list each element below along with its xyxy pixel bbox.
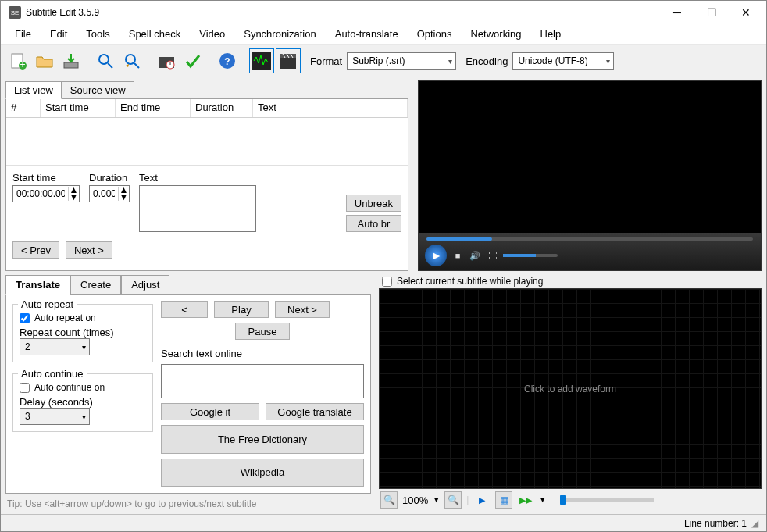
visual-sync-button[interactable] [154,48,179,73]
menu-edit[interactable]: Edit [41,26,77,42]
new-button[interactable]: + [5,48,30,73]
replace-button[interactable] [120,48,144,73]
wikipedia-button[interactable]: Wikipedia [161,459,364,487]
menu-tools[interactable]: Tools [77,26,119,42]
start-time-spinner[interactable]: ▲▼ [12,185,80,202]
encoding-combo[interactable]: Unicode (UTF-8) [512,52,614,70]
maximize-button[interactable]: ☐ [694,2,729,23]
tab-adjust[interactable]: Adjust [121,275,169,295]
duration-label: Duration [89,172,130,184]
tab-translate[interactable]: Translate [5,275,70,295]
nav-buttons: < Prev Next > [6,237,408,265]
search-online-input[interactable] [161,364,364,398]
video-toggle-button[interactable] [276,48,301,73]
subtitle-grid[interactable]: # Start time End time Duration Text Star… [5,98,408,271]
google-translate-button[interactable]: Google translate [266,403,364,420]
unbreak-button[interactable]: Unbreak [346,195,401,212]
select-while-playing-checkbox[interactable]: Select current subtitle while playing [379,274,762,288]
find-button[interactable] [93,48,118,73]
wf-play-button[interactable]: ▶ [473,491,491,509]
zoom-out-button[interactable]: 🔍 [380,491,398,509]
duration-input[interactable] [90,186,118,202]
auto-repeat-checkbox[interactable]: Auto repeat on [20,312,146,323]
auto-continue-checkbox[interactable]: Auto continue on [20,382,146,393]
tab-source-view[interactable]: Source view [62,81,134,99]
tab-list-view[interactable]: List view [5,81,62,99]
wf-center-button[interactable]: ▦ [495,491,512,509]
menu-synchronization[interactable]: Synchronization [234,26,326,42]
next-button[interactable]: Next > [66,241,112,259]
subtitle-text-input[interactable] [139,185,256,232]
menu-networking[interactable]: Networking [461,26,530,42]
video-play-button[interactable]: ▶ [425,245,447,266]
help-button[interactable]: ? [215,48,240,73]
volume-slider[interactable] [503,254,558,257]
autobr-button[interactable]: Auto br [346,215,401,232]
repeat-count-label: Repeat count (times) [20,327,146,338]
translate-back-button[interactable]: < [161,301,208,318]
prev-button[interactable]: < Prev [12,241,59,259]
zoom-dropdown-icon[interactable]: ▼ [433,496,440,504]
svg-rect-13 [252,52,271,70]
video-seekbar[interactable] [426,237,753,241]
wf-next-button[interactable]: ▶▶ [517,491,534,509]
menu-help[interactable]: Help [531,26,571,42]
app-window: SE Subtitle Edit 3.5.9 ─ ☐ ✕ File Edit T… [0,0,767,532]
close-button[interactable]: ✕ [729,2,763,23]
open-button[interactable] [32,48,57,73]
format-combo[interactable]: SubRip (.srt) [347,52,456,70]
zoom-in-button[interactable]: 🔍 [444,491,462,509]
free-dictionary-button[interactable]: The Free Dictionary [161,425,364,454]
menu-options[interactable]: Options [408,26,462,42]
duration-spinner[interactable]: ▲▼ [89,185,130,202]
col-duration[interactable]: Duration [191,99,253,117]
svg-rect-14 [280,58,296,69]
video-display[interactable] [419,81,761,233]
translate-next-button[interactable]: Next > [275,301,330,318]
waveform-toggle-button[interactable] [249,48,274,73]
menu-video[interactable]: Video [190,26,234,42]
google-it-button[interactable]: Google it [161,403,259,420]
video-stop-button[interactable]: ■ [451,249,464,262]
main-area: List view Source view # Start time End t… [1,77,766,514]
titlebar: SE Subtitle Edit 3.5.9 ─ ☐ ✕ [1,1,766,24]
col-text[interactable]: Text [253,99,408,117]
waveform-icon [252,52,271,70]
start-time-label: Start time [12,172,80,184]
fullscreen-icon[interactable]: ⛶ [486,249,498,262]
zoom-level: 100% [402,495,428,506]
search-replace-icon [123,52,141,70]
waveform-display[interactable]: Click to add waveform [379,288,762,489]
col-start[interactable]: Start time [41,99,116,117]
col-number[interactable]: # [6,99,41,117]
mode-tabs: Translate Create Adjust [5,274,371,294]
grid-body[interactable] [6,118,408,165]
translate-pane: Translate Create Adjust Auto repeat Auto… [5,274,371,511]
delay-select[interactable]: 3 [20,408,90,425]
resize-grip-icon[interactable]: ◢ [751,518,758,529]
translate-play-button[interactable]: Play [214,301,269,318]
svg-text:+: + [20,59,25,70]
lower-pane: Translate Create Adjust Auto repeat Auto… [5,274,762,511]
waveform-position-slider[interactable] [560,498,654,502]
menu-file[interactable]: File [5,26,41,42]
save-button[interactable] [59,48,84,73]
minimize-button[interactable]: ─ [660,2,694,23]
translate-pause-button[interactable]: Pause [235,323,290,340]
clapper-time-icon [157,52,176,70]
folder-open-icon [35,52,54,70]
volume-icon[interactable]: 🔊 [469,249,481,262]
repeat-count-select[interactable]: 2 [20,338,90,355]
start-time-input[interactable] [13,186,68,202]
col-end[interactable]: End time [116,99,191,117]
subtitle-list-pane: List view Source view # Start time End t… [5,80,408,271]
new-file-icon: + [9,52,27,70]
menu-autotranslate[interactable]: Auto-translate [326,26,408,42]
tab-create[interactable]: Create [70,275,121,295]
wf-dropdown-icon[interactable]: ▼ [539,496,546,504]
menu-spellcheck[interactable]: Spell check [120,26,190,42]
waveform-controls: 🔍 100% ▼ 🔍 | ▶ ▦ ▶▶ ▼ [379,489,762,511]
window-title: Subtitle Edit 3.5.9 [26,7,660,18]
spellcheck-button[interactable] [180,48,205,73]
clapperboard-icon [279,52,298,70]
